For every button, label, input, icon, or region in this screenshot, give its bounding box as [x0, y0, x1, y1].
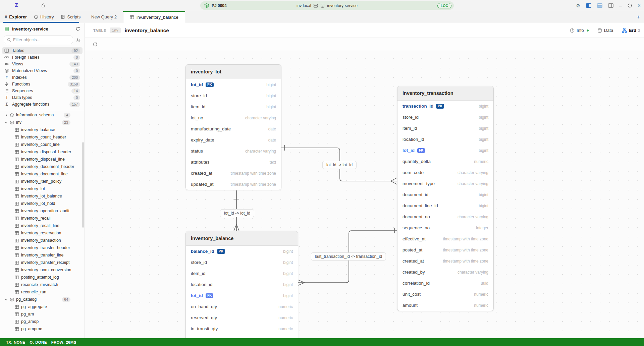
- connection-pill[interactable]: PJ 0004 inv local inventory-service LOC: [200, 1, 454, 10]
- table-grid-icon: [15, 179, 19, 184]
- tree-table-reconcile_run[interactable]: reconcile_run: [0, 288, 85, 296]
- tree-table-inventory_recall[interactable]: inventory_recall: [0, 215, 85, 222]
- tab-data[interactable]: Data: [597, 28, 613, 33]
- tree-table-pg_amproc[interactable]: pg_amproc: [0, 325, 85, 333]
- column-name: expiry_date: [191, 137, 214, 142]
- tree-table-inventory_transfer_header[interactable]: inventory_transfer_header: [0, 244, 85, 251]
- column-name: created_at: [191, 171, 212, 176]
- refresh-icon[interactable]: [93, 42, 98, 47]
- loc-badge: LOC: [437, 3, 451, 8]
- tree-table-inventory_transaction[interactable]: inventory_transaction: [0, 237, 85, 244]
- erd-canvas[interactable]: lot_id -> lot_id lot_id -> lot_id last_t…: [85, 38, 644, 338]
- table-grid-icon: [15, 305, 19, 309]
- tree-table-inventory_lot_balance[interactable]: inventory_lot_balance: [0, 192, 85, 200]
- tree-table-pg_amop[interactable]: pg_amop: [0, 318, 85, 325]
- tree-table-pg_aggregate[interactable]: pg_aggregate: [0, 303, 85, 310]
- erd-entity-inventory_lot[interactable]: inventory_lotlot_idPKbigintstore_idbigin…: [185, 64, 281, 190]
- tab-explorer[interactable]: # Explorer: [5, 14, 27, 19]
- clock-icon: [34, 15, 38, 19]
- tab-label: History: [40, 14, 54, 19]
- tree-schema-pg_catalog[interactable]: pg_catalog64: [0, 296, 85, 303]
- object-categories: Tables 92 Foreign Tables 0 Views 143 Mat…: [0, 45, 85, 108]
- refresh-icon[interactable]: [75, 26, 80, 31]
- layout-left-panel-icon[interactable]: [586, 3, 591, 8]
- maximize-button[interactable]: [628, 3, 632, 8]
- sidebar-item-data-types[interactable]: T Data types 0: [2, 94, 83, 101]
- sidebar-item-aggregate-functions[interactable]: Σ Aggregate functions 157: [2, 101, 83, 108]
- tree-table-inventory_recall_line[interactable]: inventory_recall_line: [0, 222, 85, 229]
- tree-table-inventory_uom_conversion[interactable]: inventory_uom_conversion: [0, 266, 85, 274]
- sidebar-item-tables[interactable]: Tables 92: [2, 47, 83, 54]
- entity-column-on_hand_qty: on_hand_qtynumeric: [186, 301, 298, 312]
- tree-table-inventory_balance[interactable]: inventory_balance: [0, 126, 85, 133]
- relation-label[interactable]: lot_id -> lot_id: [322, 161, 357, 169]
- tree-table-inventory_disposal_line[interactable]: inventory_disposal_line: [0, 156, 85, 163]
- database-icon: [320, 3, 325, 8]
- tab-inv-inventory-balance[interactable]: inv.inventory_balance: [123, 11, 185, 23]
- chevron-right-icon[interactable]: [5, 114, 8, 117]
- filter-placeholder: Filter objects...: [13, 38, 40, 42]
- relation-label[interactable]: lot_id -> lot_id: [220, 209, 254, 217]
- new-tab-button[interactable]: +: [637, 14, 640, 20]
- chevron-down-icon[interactable]: [5, 121, 8, 124]
- tree-table-posting_attempt_log[interactable]: posting_attempt_log: [0, 274, 85, 281]
- sidebar-item-views[interactable]: Views 143: [2, 61, 83, 67]
- minimize-button[interactable]: –: [619, 3, 622, 8]
- column-type: timestamp with time zone: [443, 259, 488, 264]
- layout-bottom-panel-icon[interactable]: [597, 3, 602, 8]
- tab-new-query-2[interactable]: New Query 2: [85, 11, 123, 23]
- sidebar-item-foreign-tables[interactable]: Foreign Tables 0: [2, 54, 83, 61]
- tree-schema-inv[interactable]: inv23: [0, 119, 85, 126]
- tree-table-inventory_document_header[interactable]: inventory_document_header: [0, 163, 85, 170]
- tree-table-inventory_count_header[interactable]: inventory_count_header: [0, 133, 85, 141]
- sidebar-item-indexes[interactable]: # Indexes 200: [2, 74, 83, 81]
- tab-scripts[interactable]: Scripts: [61, 14, 80, 19]
- tree-label: reconcile_mismatch: [21, 282, 58, 287]
- entity-column-created_at: created_attimestamp with time zone: [397, 255, 493, 267]
- tab-history[interactable]: History: [34, 14, 54, 19]
- sidebar-item-materialized-views[interactable]: Materialized Views 0: [2, 67, 83, 74]
- tree-table-inventory_lot_hold[interactable]: inventory_lot_hold: [0, 200, 85, 207]
- settings-gear-icon[interactable]: ⚙: [576, 3, 580, 8]
- tree-table-reconcile_mismatch[interactable]: reconcile_mismatch: [0, 281, 85, 288]
- tree-label: inventory_document_line: [21, 172, 68, 176]
- filter-objects-input[interactable]: Filter objects...: [4, 36, 73, 44]
- tree-table-inventory_item_policy[interactable]: inventory_item_policy: [0, 178, 85, 185]
- sidebar: inventory-service Filter objects... Tabl…: [0, 23, 85, 338]
- tree-table-inventory_count_line[interactable]: inventory_count_line: [0, 141, 85, 148]
- tab-info[interactable]: Info: [570, 28, 589, 33]
- tree-table-inventory_operation_audit[interactable]: inventory_operation_audit: [0, 207, 85, 215]
- tree-table-inventory_transfer_line[interactable]: inventory_transfer_line: [0, 251, 85, 259]
- tree-table-inventory_transfer_receipt[interactable]: inventory_transfer_receipt: [0, 259, 85, 266]
- tree-label: pg_amproc: [21, 327, 42, 331]
- tree-table-inventory_reservation[interactable]: inventory_reservation: [0, 229, 85, 237]
- erd-entity-inventory_balance[interactable]: inventory_balancebalance_idPKbigintstore…: [185, 231, 298, 338]
- sidebar-item-sequences[interactable]: Sequences 14: [2, 88, 83, 94]
- close-button[interactable]: ×: [638, 3, 641, 8]
- tree-table-pg_am[interactable]: pg_am: [0, 310, 85, 318]
- tree-table-inventory_lot[interactable]: inventory_lot: [0, 185, 85, 192]
- entity-column-item_id: item_idbigint: [186, 101, 281, 112]
- column-name: movement_type: [402, 181, 435, 186]
- relation-label[interactable]: last_transaction_id -> transaction_id: [311, 252, 386, 261]
- tree-label: posting_attempt_log: [21, 275, 59, 280]
- column-type: bigint: [479, 104, 488, 109]
- sidebar-item-functions[interactable]: Functions 3158: [2, 81, 83, 88]
- erd-entity-inventory_transaction[interactable]: inventory_transactiontransaction_idPKbig…: [397, 86, 494, 311]
- layers-icon: [204, 3, 209, 8]
- erd-toolbar: [85, 38, 644, 51]
- column-name: store_id: [191, 93, 207, 98]
- pk-key-badge: PK: [436, 104, 444, 109]
- chevron-down-icon[interactable]: [5, 298, 8, 301]
- tab-erd[interactable]: Erd 3: [622, 28, 640, 33]
- entity-column-location_id: location_idbigint: [186, 279, 298, 290]
- layout-right-panel-icon[interactable]: [608, 3, 613, 8]
- tree-schema-information_schema[interactable]: information_schema4: [0, 111, 85, 119]
- sort-filter-icon[interactable]: [76, 38, 81, 42]
- tree-label: inventory_uom_conversion: [21, 268, 71, 272]
- column-type: bigint: [266, 105, 276, 109]
- tree-table-inventory_document_line[interactable]: inventory_document_line: [0, 170, 85, 178]
- sidebar-scrollbar[interactable]: [82, 142, 84, 228]
- tree-table-inventory_disposal_header[interactable]: inventory_disposal_header: [0, 148, 85, 156]
- tree-label: inventory_count_header: [21, 135, 66, 139]
